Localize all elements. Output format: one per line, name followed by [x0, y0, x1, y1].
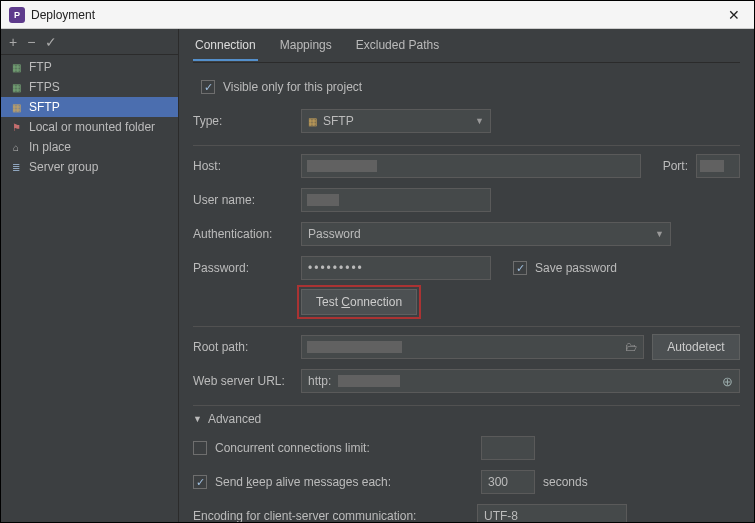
- separator: [193, 405, 740, 406]
- tabs: Connection Mappings Excluded Paths: [193, 29, 740, 63]
- web-url-value: http:: [308, 374, 331, 388]
- sidebar-item-label: Local or mounted folder: [29, 120, 155, 134]
- apply-icon[interactable]: ✓: [45, 35, 57, 49]
- test-connection-button[interactable]: Test Connection: [301, 289, 417, 315]
- list-icon: ≣: [9, 161, 23, 173]
- chevron-down-icon: ▼: [655, 229, 664, 239]
- sidebar: + − ✓ ▦ FTP ▦ FTPS ▦ SFTP ⚑ Local or mou…: [1, 29, 179, 522]
- auth-select[interactable]: Password ▼: [301, 222, 671, 246]
- sidebar-item-label: In place: [29, 140, 71, 154]
- password-input[interactable]: [301, 256, 491, 280]
- chevron-down-icon: ▼: [475, 116, 484, 126]
- server-icon: ▦: [308, 116, 317, 127]
- auth-label: Authentication:: [193, 227, 293, 241]
- title-bar: P Deployment ✕: [1, 1, 754, 29]
- save-password-label: Save password: [535, 261, 617, 275]
- sidebar-item-inplace[interactable]: ⌂ In place: [1, 137, 178, 157]
- type-value: SFTP: [323, 114, 354, 128]
- web-url-label: Web server URL:: [193, 374, 293, 388]
- sidebar-item-label: SFTP: [29, 100, 60, 114]
- sidebar-item-servergroup[interactable]: ≣ Server group: [1, 157, 178, 177]
- sidebar-item-label: Server group: [29, 160, 98, 174]
- globe-icon[interactable]: ⊕: [722, 374, 733, 389]
- triangle-down-icon: ▼: [193, 414, 202, 424]
- sidebar-item-label: FTP: [29, 60, 52, 74]
- password-label: Password:: [193, 261, 293, 275]
- redacted-block: [338, 375, 400, 387]
- keepalive-input[interactable]: [481, 470, 535, 494]
- visible-only-label: Visible only for this project: [223, 80, 362, 94]
- redacted-block: [307, 341, 402, 353]
- advanced-toggle[interactable]: ▼ Advanced: [193, 412, 740, 426]
- advanced-label: Advanced: [208, 412, 261, 426]
- app-icon: P: [9, 7, 25, 23]
- host-label: Host:: [193, 159, 293, 173]
- encoding-value: UTF-8: [484, 509, 518, 522]
- concurrent-checkbox[interactable]: [193, 441, 207, 455]
- sidebar-item-local[interactable]: ⚑ Local or mounted folder: [1, 117, 178, 137]
- autodetect-button[interactable]: Autodetect: [652, 334, 740, 360]
- tab-connection[interactable]: Connection: [193, 30, 258, 61]
- web-url-input[interactable]: http: ⊕: [301, 369, 740, 393]
- server-icon: ▦: [9, 101, 23, 113]
- folder-open-icon[interactable]: 🗁: [625, 340, 637, 354]
- keepalive-label: Send keep alive messages each:: [215, 475, 473, 489]
- server-icon: ▦: [9, 81, 23, 93]
- window-title: Deployment: [31, 8, 95, 22]
- add-icon[interactable]: +: [9, 35, 17, 49]
- separator: [193, 326, 740, 327]
- connection-form: Visible only for this project Type: ▦ SF…: [193, 63, 740, 522]
- home-icon: ⌂: [9, 141, 23, 153]
- sidebar-toolbar: + − ✓: [1, 29, 178, 55]
- concurrent-input[interactable]: [481, 436, 535, 460]
- root-path-label: Root path:: [193, 340, 293, 354]
- visible-only-checkbox[interactable]: [201, 80, 215, 94]
- concurrent-label: Concurrent connections limit:: [215, 441, 473, 455]
- sidebar-item-label: FTPS: [29, 80, 60, 94]
- sidebar-item-sftp[interactable]: ▦ SFTP: [1, 97, 178, 117]
- encoding-label: Encoding for client-server communication…: [193, 509, 469, 522]
- keepalive-unit: seconds: [543, 475, 588, 489]
- port-label: Port:: [663, 159, 688, 173]
- close-icon[interactable]: ✕: [722, 7, 746, 23]
- flag-icon: ⚑: [9, 121, 23, 133]
- encoding-select[interactable]: UTF-8: [477, 504, 627, 522]
- auth-value: Password: [308, 227, 361, 241]
- sidebar-item-ftps[interactable]: ▦ FTPS: [1, 77, 178, 97]
- tab-mappings[interactable]: Mappings: [278, 30, 334, 61]
- username-label: User name:: [193, 193, 293, 207]
- tab-excluded[interactable]: Excluded Paths: [354, 30, 441, 61]
- type-select[interactable]: ▦ SFTP ▼: [301, 109, 491, 133]
- redacted-block: [700, 160, 724, 172]
- separator: [193, 145, 740, 146]
- type-label: Type:: [193, 114, 293, 128]
- redacted-block: [307, 194, 339, 206]
- redacted-block: [307, 160, 377, 172]
- content-panel: Connection Mappings Excluded Paths Visib…: [179, 29, 754, 522]
- sidebar-tree: ▦ FTP ▦ FTPS ▦ SFTP ⚑ Local or mounted f…: [1, 55, 178, 177]
- save-password-checkbox[interactable]: [513, 261, 527, 275]
- keepalive-checkbox[interactable]: [193, 475, 207, 489]
- sidebar-item-ftp[interactable]: ▦ FTP: [1, 57, 178, 77]
- remove-icon[interactable]: −: [27, 35, 35, 49]
- server-icon: ▦: [9, 61, 23, 73]
